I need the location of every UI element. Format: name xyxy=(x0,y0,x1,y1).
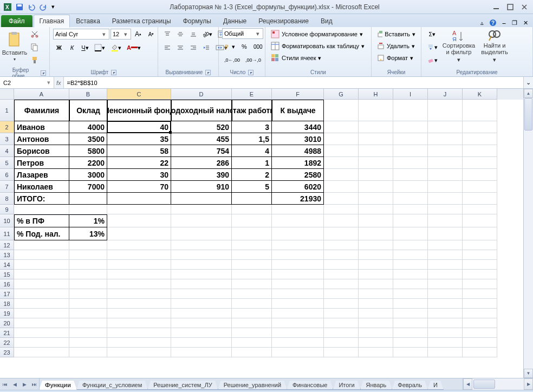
conditional-format-button[interactable]: Условное форматирование▾ xyxy=(269,28,368,40)
decrease-indent-button[interactable] xyxy=(200,42,212,54)
cell-H18[interactable] xyxy=(359,299,393,309)
cell-I1[interactable] xyxy=(393,100,428,121)
cell-C13[interactable] xyxy=(107,250,171,260)
format-cells-button[interactable]: Формат▾ xyxy=(375,52,418,64)
cell-G10[interactable] xyxy=(324,214,359,227)
cell-D11[interactable] xyxy=(171,227,232,240)
fill-color-button[interactable]: ▾ xyxy=(108,42,123,54)
cell-H2[interactable] xyxy=(359,121,393,133)
row-header-12[interactable]: 12 xyxy=(0,240,14,250)
cell-A3[interactable]: Антонов xyxy=(14,133,69,145)
cell-K6[interactable] xyxy=(463,169,497,181)
tab-prev-button[interactable]: ◀ xyxy=(10,378,20,390)
font-size-combo[interactable]: 12▾ xyxy=(110,29,131,40)
cell-K20[interactable] xyxy=(463,318,497,328)
cut-button[interactable] xyxy=(28,28,41,40)
row-header-1[interactable]: 1 xyxy=(0,100,14,121)
minimize-button[interactable] xyxy=(491,3,502,11)
cell-H13[interactable] xyxy=(359,250,393,260)
cell-B22[interactable] xyxy=(69,338,107,348)
cell-C11[interactable] xyxy=(107,227,171,240)
cell-A1[interactable]: Фамилия xyxy=(14,100,69,121)
cell-C23[interactable] xyxy=(107,348,171,357)
cell-A21[interactable] xyxy=(14,328,69,338)
qat-customize-icon[interactable]: ▾ xyxy=(50,2,56,12)
cell-K8[interactable] xyxy=(463,193,497,205)
align-right-button[interactable] xyxy=(187,42,199,54)
cell-D23[interactable] xyxy=(171,348,232,357)
cell-H21[interactable] xyxy=(359,328,393,338)
cell-C18[interactable] xyxy=(107,299,171,309)
cell-G2[interactable] xyxy=(324,121,359,133)
cell-E20[interactable] xyxy=(232,318,272,328)
cell-I20[interactable] xyxy=(393,318,428,328)
minimize-ribbon-icon[interactable]: ▵ xyxy=(478,18,486,27)
cell-G12[interactable] xyxy=(324,240,359,250)
name-box[interactable]: C2▾ xyxy=(0,77,54,88)
paste-button[interactable]: Вставить ▾ xyxy=(3,28,26,64)
cell-D4[interactable]: 754 xyxy=(171,145,232,157)
cell-F17[interactable] xyxy=(272,289,324,299)
cell-G3[interactable] xyxy=(324,133,359,145)
cell-K2[interactable] xyxy=(463,121,497,133)
cell-A19[interactable] xyxy=(14,309,69,318)
cell-C22[interactable] xyxy=(107,338,171,348)
cell-D10[interactable] xyxy=(171,214,232,227)
cell-B12[interactable] xyxy=(69,240,107,250)
cell-H16[interactable] xyxy=(359,279,393,289)
cell-K12[interactable] xyxy=(463,240,497,250)
sheet-tab-4[interactable]: Финансовые xyxy=(287,381,333,390)
cell-K14[interactable] xyxy=(463,260,497,270)
number-format-combo[interactable]: Общий▾ xyxy=(222,28,263,39)
insert-cells-button[interactable]: Вставить▾ xyxy=(375,28,418,40)
cell-F18[interactable] xyxy=(272,299,324,309)
sort-filter-button[interactable]: АЯ Сортировка и фильтр▾ xyxy=(442,28,476,64)
file-tab[interactable]: Файл xyxy=(1,15,32,27)
cell-F22[interactable] xyxy=(272,338,324,348)
alignment-launcher[interactable] xyxy=(205,70,211,75)
cell-I18[interactable] xyxy=(393,299,428,309)
cell-J11[interactable] xyxy=(428,227,463,240)
cell-D7[interactable]: 910 xyxy=(171,181,232,193)
cell-A12[interactable] xyxy=(14,240,69,250)
row-header-2[interactable]: 2 xyxy=(0,121,14,133)
cell-G11[interactable] xyxy=(324,227,359,240)
tab-last-button[interactable]: ⏭ xyxy=(29,378,39,390)
cell-J3[interactable] xyxy=(428,133,463,145)
column-header-K[interactable]: K xyxy=(463,89,497,100)
cell-H23[interactable] xyxy=(359,348,393,357)
cell-K4[interactable] xyxy=(463,145,497,157)
cell-G16[interactable] xyxy=(324,279,359,289)
column-header-H[interactable]: H xyxy=(359,89,393,100)
cell-F7[interactable]: 6020 xyxy=(272,181,324,193)
cell-E11[interactable] xyxy=(232,227,272,240)
cell-F11[interactable] xyxy=(272,227,324,240)
tab-view[interactable]: Вид xyxy=(315,15,339,27)
formula-input[interactable]: =B2*$B$10 xyxy=(64,77,523,88)
scroll-down-button[interactable]: ▼ xyxy=(524,369,533,378)
cell-J1[interactable] xyxy=(428,100,463,121)
cell-B21[interactable] xyxy=(69,328,107,338)
cell-D6[interactable]: 390 xyxy=(171,169,232,181)
cell-A20[interactable] xyxy=(14,318,69,328)
row-header-8[interactable]: 8 xyxy=(0,193,14,205)
cell-H15[interactable] xyxy=(359,270,393,279)
cell-H7[interactable] xyxy=(359,181,393,193)
cell-F16[interactable] xyxy=(272,279,324,289)
row-header-17[interactable]: 17 xyxy=(0,289,14,299)
fill-button[interactable]: ▾ xyxy=(425,41,440,53)
cell-C21[interactable] xyxy=(107,328,171,338)
sheet-tab-3[interactable]: Решение_уравнений xyxy=(218,381,287,390)
horizontal-scrollbar[interactable]: ◀ ▶ xyxy=(463,378,533,390)
cell-B16[interactable] xyxy=(69,279,107,289)
grow-font-button[interactable]: A▴ xyxy=(132,28,144,40)
fx-icon[interactable]: fx xyxy=(56,80,61,86)
borders-button[interactable]: ▾ xyxy=(92,42,107,54)
cell-G13[interactable] xyxy=(324,250,359,260)
wb-minimize-icon[interactable]: ‒ xyxy=(499,18,508,27)
cell-B19[interactable] xyxy=(69,309,107,318)
align-middle-button[interactable] xyxy=(174,28,186,40)
align-center-button[interactable] xyxy=(174,42,186,54)
cell-I10[interactable] xyxy=(393,214,428,227)
number-launcher[interactable] xyxy=(248,70,253,75)
